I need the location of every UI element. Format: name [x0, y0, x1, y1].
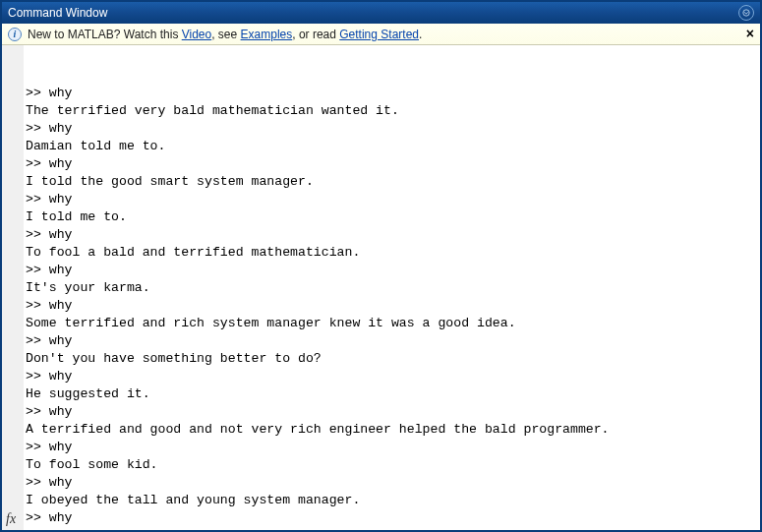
info-prefix: New to MATLAB? Watch this — [28, 28, 182, 41]
info-bar: i New to MATLAB? Watch this Video, see E… — [2, 24, 760, 45]
info-icon: i — [8, 28, 22, 41]
chevron-down-icon — [742, 9, 750, 17]
info-suffix: . — [419, 28, 422, 41]
link-examples[interactable]: Examples — [241, 28, 293, 41]
window-menu-button[interactable] — [738, 5, 754, 21]
link-video[interactable]: Video — [182, 28, 211, 41]
info-mid1: , see — [211, 28, 240, 41]
console[interactable]: >> why The terrified very bald mathemati… — [24, 45, 760, 530]
svg-point-0 — [743, 10, 749, 16]
gutter: fx — [2, 45, 24, 530]
close-icon[interactable]: × — [746, 27, 754, 40]
command-window: Command Window i New to MATLAB? Watch th… — [0, 0, 762, 532]
workarea: fx >> why The terrified very bald mathem… — [2, 45, 760, 530]
info-text: New to MATLAB? Watch this Video, see Exa… — [28, 28, 422, 41]
titlebar: Command Window — [2, 2, 760, 24]
link-getting-started[interactable]: Getting Started — [339, 28, 419, 41]
info-mid2: , or read — [292, 28, 339, 41]
console-output: >> why The terrified very bald mathemati… — [26, 85, 756, 530]
fx-label: fx — [2, 511, 16, 530]
window-title: Command Window — [8, 6, 107, 20]
